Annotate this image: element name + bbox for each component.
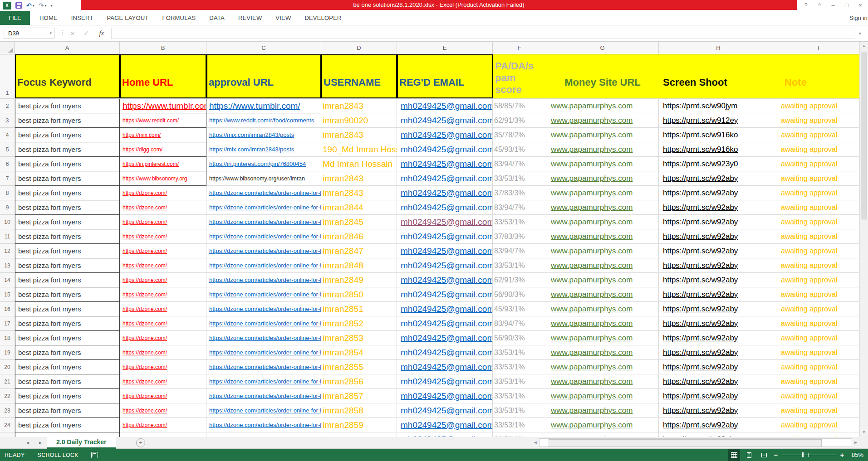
cell-C17[interactable]: https://dzone.com/articles/order-online-… xyxy=(206,316,321,331)
cell-C9[interactable]: https://dzone.com/articles/order-online-… xyxy=(206,200,321,215)
cell-G4[interactable]: www.papamurphys.com xyxy=(546,128,659,142)
cell-H18[interactable]: https://prnt.sc/w92aby xyxy=(659,331,778,345)
cell-G3[interactable]: www.papamurphys.com xyxy=(546,113,659,128)
cell-I3[interactable]: awaiting approval xyxy=(778,113,859,128)
cell-E12[interactable]: mh0249425@gmail.com xyxy=(397,244,493,258)
cell-E3[interactable]: mh0249425@gmail.com xyxy=(397,113,493,128)
cell-G19[interactable]: www.papamurphys.com xyxy=(546,345,659,360)
cell-F19[interactable]: 33/53/1% xyxy=(493,345,546,360)
cell-H3[interactable]: https://prnt.sc/w912ey xyxy=(659,113,778,128)
cell-E8[interactable]: mh0249425@gmail.com xyxy=(397,186,493,200)
cell-E9[interactable]: mh0249425@gmail.com xyxy=(397,200,493,215)
header-cell-D[interactable]: USERNAME xyxy=(321,54,397,99)
cell-E13[interactable]: mh0249425@gmail.com xyxy=(397,258,493,273)
cell-B19[interactable]: https://dzone.com/ xyxy=(120,345,206,360)
cell-I2[interactable]: awaiting approval xyxy=(778,99,859,113)
cell-I12[interactable]: awaiting approval xyxy=(778,244,859,258)
cell-H20[interactable]: https://prnt.sc/w92aby xyxy=(659,360,778,374)
row-header-11[interactable]: 11 xyxy=(0,229,15,244)
cell-G10[interactable]: www.papamurphys.com xyxy=(546,215,659,229)
row-header-13[interactable]: 13 xyxy=(0,258,15,273)
vertical-scrollbar-thumb[interactable] xyxy=(861,52,867,219)
normal-view-button[interactable] xyxy=(728,449,740,461)
cell-I20[interactable]: awaiting approval xyxy=(778,360,859,374)
cell-C4[interactable]: https://mix.com/imran2843/posts xyxy=(206,128,321,142)
cell-F23[interactable]: 33/53/1% xyxy=(493,403,546,418)
column-header-B[interactable]: B xyxy=(120,42,206,54)
cell-G5[interactable]: www.papamurphys.com xyxy=(546,142,659,157)
cell-F8[interactable]: 37/83/3% xyxy=(493,186,546,200)
row-header-19[interactable]: 19 xyxy=(0,345,15,360)
cell-E14[interactable]: mh0249425@gmail.com xyxy=(397,273,493,287)
cell-I7[interactable]: awaiting approval xyxy=(778,171,859,186)
cell-G13[interactable]: www.papamurphys.com xyxy=(546,258,659,273)
tab-formulas[interactable]: FORMULAS xyxy=(155,11,202,25)
cell-C12[interactable]: https://dzone.com/articles/order-online-… xyxy=(206,244,321,258)
cell-E16[interactable]: mh0249425@gmail.com xyxy=(397,302,493,316)
column-header-C[interactable]: C xyxy=(206,42,321,54)
cell-E15[interactable]: mh0249425@gmail.com xyxy=(397,287,493,302)
zoom-in-icon[interactable]: + xyxy=(839,451,845,459)
cell-D4[interactable]: imran2843 xyxy=(321,128,397,142)
cell-F12[interactable]: 83/94/7% xyxy=(493,244,546,258)
cell-B17[interactable]: https://dzone.com/ xyxy=(120,316,206,331)
column-header-D[interactable]: D xyxy=(321,42,397,54)
horizontal-scrollbar-track[interactable] xyxy=(539,438,852,447)
cell-G11[interactable]: www.papamurphys.com xyxy=(546,229,659,244)
cell-B14[interactable]: https://dzone.com/ xyxy=(120,273,206,287)
cell-C7[interactable]: https://www.bibsonomy.org/user/imran xyxy=(206,171,321,186)
cell-E6[interactable]: mh0249425@gmail.com xyxy=(397,157,493,171)
cell-A15[interactable]: best pizza fort myers xyxy=(15,287,120,302)
cell-I22[interactable]: awaiting approval xyxy=(778,389,859,403)
cell-E19[interactable]: mh0249425@gmail.com xyxy=(397,345,493,360)
cell-F3[interactable]: 62/91/3% xyxy=(493,113,546,128)
cell-H15[interactable]: https://prnt.sc/w92aby xyxy=(659,287,778,302)
macro-record-icon[interactable] xyxy=(91,452,98,458)
row-header-21[interactable]: 21 xyxy=(0,374,15,389)
cell-F10[interactable]: 33/53/1% xyxy=(493,215,546,229)
cell-B13[interactable]: https://dzone.com/ xyxy=(120,258,206,273)
next-sheet-icon[interactable]: ► xyxy=(38,437,43,448)
cell-H11[interactable]: https://prnt.sc/w92aby xyxy=(659,229,778,244)
cell-C10[interactable]: https://dzone.com/articles/order-online-… xyxy=(206,215,321,229)
undo-dropdown-icon[interactable]: ▾ xyxy=(33,4,34,8)
new-sheet-button[interactable]: + xyxy=(136,438,145,447)
cell-A12[interactable]: best pizza fort myers xyxy=(15,244,120,258)
row-header-18[interactable]: 18 xyxy=(0,331,15,345)
name-box-dropdown-icon[interactable]: ▾ xyxy=(49,28,52,39)
cell-D10[interactable]: imran2845 xyxy=(321,215,397,229)
row-header-4[interactable]: 4 xyxy=(0,128,15,142)
cell-D24[interactable]: imran2859 xyxy=(321,418,397,432)
cell-H22[interactable]: https://prnt.sc/w92aby xyxy=(659,389,778,403)
cell-D18[interactable]: imran2853 xyxy=(321,331,397,345)
horizontal-scrollbar[interactable]: ◄ ► xyxy=(532,438,859,447)
cell-H9[interactable]: https://prnt.sc/w92aby xyxy=(659,200,778,215)
previous-sheet-icon[interactable]: ◄ xyxy=(25,437,30,448)
cell-I4[interactable]: awaiting approval xyxy=(778,128,859,142)
cell-F16[interactable]: 45/93/1% xyxy=(493,302,546,316)
undo-button[interactable]: ↶▾ xyxy=(26,2,34,9)
tab-review[interactable]: REVIEW xyxy=(231,11,269,25)
cell-H7[interactable]: https://prnt.sc/w92aby xyxy=(659,171,778,186)
header-cell-H[interactable]: Screen Shoot xyxy=(659,54,778,99)
cell-E24[interactable]: mh0249425@gmail.com xyxy=(397,418,493,432)
cell-D15[interactable]: imran2850 xyxy=(321,287,397,302)
cell-D17[interactable]: imran2852 xyxy=(321,316,397,331)
cell-F17[interactable]: 83/94/7% xyxy=(493,316,546,331)
row-header-15[interactable]: 15 xyxy=(0,287,15,302)
expand-formula-bar-icon[interactable]: ▾ xyxy=(859,28,861,39)
cell-H2[interactable]: https://prnt.sc/w90jym xyxy=(659,99,778,113)
cell-H24[interactable]: https://prnt.sc/w92aby xyxy=(659,418,778,432)
cell-F11[interactable]: 37/83/3% xyxy=(493,229,546,244)
cell-E22[interactable]: mh0249425@gmail.com xyxy=(397,389,493,403)
cell-C5[interactable]: https://mix.com/imran2843/posts xyxy=(206,142,321,157)
cell-B4[interactable]: https://mix.com/ xyxy=(120,128,206,142)
cell-B11[interactable]: https://dzone.com/ xyxy=(120,229,206,244)
cell-F22[interactable]: 33/53/1% xyxy=(493,389,546,403)
cell-E7[interactable]: mh0249425@gmail.com xyxy=(397,171,493,186)
header-cell-C[interactable]: approval URL xyxy=(206,54,321,99)
cell-E21[interactable]: mh0249425@gmail.com xyxy=(397,374,493,389)
cell-G12[interactable]: www.papamurphys.com xyxy=(546,244,659,258)
cell-H12[interactable]: https://prnt.sc/w92aby xyxy=(659,244,778,258)
minimize-button[interactable]: – xyxy=(826,0,840,10)
